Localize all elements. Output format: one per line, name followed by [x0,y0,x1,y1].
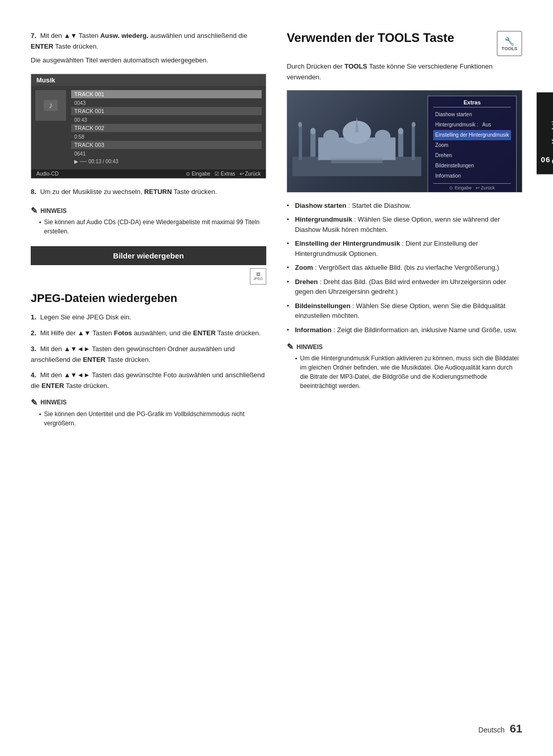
hinweis-icon-1: ✎ [31,206,37,215]
feature-zoom: Zoom : Vergrößert das aktuelle Bild. (bi… [287,263,522,273]
tools-icon-symbol: 🔧 [504,36,515,46]
overlay-menu-footer: ⊙ Eingabe ↩ Zurück [433,183,511,190]
photo-screenshot: Extras Diashow starten Hintergrundmusik … [287,90,522,192]
section-7: 7. Mit den ▲▼ Tasten Ausw. wiederg. ausw… [31,31,266,66]
hinweis-1: ✎ HINWEIS Sie können auf Audio CDs (CD-D… [31,206,266,236]
feature-hintergrund-einst: Einstelling der Hintergrundmusik : Dient… [287,239,522,258]
step-2: 2. Mit Hilfe der ▲▼ Tasten Fotos auswähl… [31,328,266,339]
step-1: 1. Legen Sie eine JPEG Disk ein. [31,312,266,323]
footer-label: Audio-CD [36,171,58,177]
section-8: 8. Um zu der Musikliste zu wechseln, RET… [31,187,266,198]
jpeg-icon-row: 🖼 JPEG [31,268,266,285]
music-box-content: ♪ TRACK 001 0043 TRACK 001 00:43 TRACK 0… [31,86,266,169]
section-7-number: 7. [31,32,36,39]
music-box: Musik ♪ TRACK 001 0043 TRACK 001 00:43 T… [31,74,266,179]
section-8-number: 8. [31,188,36,196]
hinweis-1-item-1: Sie können auf Audio CDs (CD-DA) eine Wi… [39,218,266,236]
chapter-number: 06 [541,155,550,164]
section-7-text: 7. Mit den ▲▼ Tasten Ausw. wiederg. ausw… [31,31,266,52]
feature-bild: Bildeinstellungen : Wählen Sie diese Opt… [287,301,522,321]
tools-icon-label: TOOLS [502,46,518,51]
track-list: TRACK 001 0043 TRACK 001 00:43 TRACK 002… [71,90,262,165]
track-time-1: 0043 [71,99,262,107]
tools-heading: Verwenden der TOOLS Taste [287,31,454,45]
menu-item-hintergrund: Hintergrundmusik : Aus [433,120,511,130]
language-label: Deutsch [478,726,504,734]
svg-rect-16 [331,158,383,163]
tools-icon: 🔧 TOOLS [497,31,522,56]
hinweis-1-title: ✎ HINWEIS [31,206,266,215]
svg-point-6 [323,130,338,143]
jpeg-icon-symbol: 🖼 [256,272,260,277]
page-container: 06 Grundfunktionen 7. Mit den ▲▼ Tasten … [0,0,553,756]
left-column: 7. Mit den ▲▼ Tasten Ausw. wiederg. ausw… [31,31,266,434]
svg-point-11 [398,128,403,135]
track-item-4: TRACK 003 [71,141,262,149]
feature-diashow: Diashow starten : Startet die Diashow. [287,201,522,211]
hinweis-icon-2: ✎ [31,398,37,407]
svg-point-13 [298,122,302,127]
jpeg-label: JPEG [253,277,263,280]
svg-rect-10 [398,131,403,157]
menu-item-bild: Bildeinstellungen [433,161,511,171]
step-3-num: 3. [31,345,36,353]
chapter-title: Grundfunktionen [550,102,553,164]
menu-item-drehen: Drehen [433,150,511,161]
hinweis-2-label: HINWEIS [40,399,67,406]
hinweis-2: ✎ HINWEIS Sie können den Untertitel und … [31,398,266,428]
step-1-text: Legen Sie eine JPEG Disk ein. [40,313,131,321]
section-8-text: 8. Um zu der Musikliste zu wechseln, RET… [31,187,266,198]
step-list: 1. Legen Sie eine JPEG Disk ein. 2. Mit … [31,312,266,392]
tools-intro: Durch Drücken der TOOLS Taste könne Sie … [287,61,522,83]
feature-drehen: Drehen : Dreht das Bild. (Das Bild wird … [287,277,522,297]
hinweis-3: ✎ HINWEIS Um die Hintergrundmusik Funkti… [287,342,522,391]
feature-info: Information : Zeigt die Bildinformation … [287,325,522,335]
track-time-3: 0:58 [71,133,262,141]
menu-item-zoom: Zoom [433,140,511,150]
overlay-menu: Extras Diashow starten Hintergrundmusik … [428,96,517,192]
page-footer: Deutsch 61 [478,722,522,736]
track-item-3: TRACK 002 [71,124,262,132]
hinweis-2-list: Sie können den Untertitel und die PG-Gra… [31,409,266,428]
step-4: 4. Mit den ▲▼◄► Tasten das gewünschte Fo… [31,370,266,392]
music-box-title: Musik [31,74,266,86]
bilder-banner: Bilder wiedergeben [31,246,266,265]
music-box-footer: Audio-CD ⊙ Eingabe ☑ Extras ↩ Zurück [31,169,266,178]
chapter-tab: 06 Grundfunktionen [537,92,553,174]
jpeg-icon: 🖼 JPEG [250,268,266,285]
menu-item-info: Information [433,171,511,181]
jpeg-heading: JPEG-Dateien wiedergeben [31,292,266,305]
main-content: 7. Mit den ▲▼ Tasten Ausw. wiederg. ausw… [0,31,553,434]
track-time-4: 0641 [71,150,262,158]
svg-point-15 [412,122,416,127]
hinweis-3-label: HINWEIS [296,343,323,351]
track-item-2: TRACK 001 [71,107,262,115]
page-number: 61 [510,722,522,735]
track-progress: ▶ ── 00:13 / 00:43 [71,158,262,165]
hinweis-3-item-1: Um die Hintergrundmusik Funktion aktivie… [295,354,522,391]
menu-item-hintergrund-einst: Einstelling der Hintergrundmusik [433,130,511,140]
svg-text:♪: ♪ [49,101,53,110]
section-7-sub: Die ausgewählten Titel werden automatisc… [31,55,266,66]
footer-controls: ⊙ Eingabe ☑ Extras ↩ Zurück [186,171,261,177]
music-note-icon: ♪ [41,96,60,115]
svg-point-9 [310,128,315,135]
tools-header: Verwenden der TOOLS Taste 🔧 TOOLS [287,31,522,56]
hinweis-2-item-1: Sie können den Untertitel und die PG-Gra… [39,409,266,428]
feature-list: Diashow starten : Startet die Diashow. H… [287,201,522,335]
hinweis-1-label: HINWEIS [40,207,67,214]
track-item-1: TRACK 001 [71,90,262,98]
step-2-num: 2. [31,329,36,337]
step-1-num: 1. [31,313,36,321]
track-time-2: 00:43 [71,116,262,124]
hinweis-3-list: Um die Hintergrundmusik Funktion aktivie… [287,354,522,391]
taj-mahal-silhouette [292,99,421,176]
feature-hintergrund: Hintergrundmusik : Wählen Sie diese Opti… [287,214,522,234]
hinweis-1-list: Sie können auf Audio CDs (CD-DA) eine Wi… [31,218,266,236]
hinweis-2-title: ✎ HINWEIS [31,398,266,407]
hinweis-icon-3: ✎ [287,342,293,352]
overlay-menu-title: Extras [433,99,511,107]
svg-rect-14 [412,125,415,160]
music-icon: ♪ [35,90,66,121]
menu-item-diashow: Diashow starten [433,110,511,120]
